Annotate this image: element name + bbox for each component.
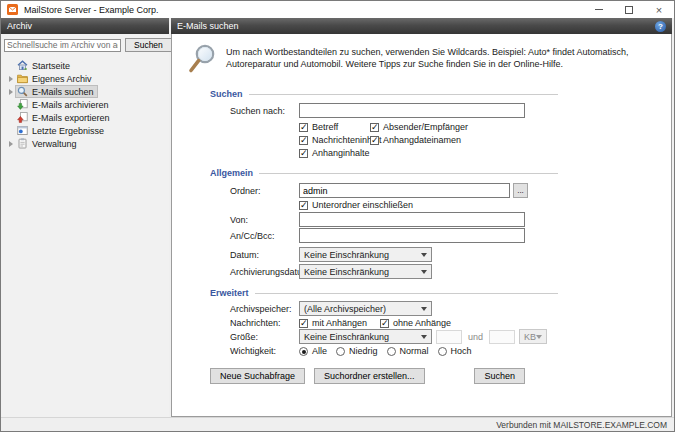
date-label: Datum: [210, 250, 299, 260]
section-allgemein: Allgemein [210, 168, 558, 178]
sidebar-item-eigenes-archiv[interactable]: Eigenes Archiv [1, 72, 169, 85]
to-input[interactable] [299, 228, 525, 243]
folder-label: Ordner: [210, 186, 299, 196]
archive-store-label: Archivspeicher: [210, 304, 299, 314]
close-icon: × [656, 5, 662, 15]
tree-item-label: Eigenes Archiv [32, 74, 92, 84]
archive-store-dropdown[interactable]: (Alle Archivspeicher) [299, 301, 432, 316]
checkbox-unterordner[interactable]: Unterordner einschließen [299, 200, 413, 210]
section-erweitert: Erweitert [210, 288, 558, 298]
date-dropdown[interactable]: Keine Einschränkung [299, 247, 432, 262]
window-title: MailStore Server - Example Corp. [24, 5, 159, 15]
chevron-down-icon [421, 270, 427, 274]
from-label: Von: [210, 215, 299, 225]
to-label: An/Cc/Bcc: [210, 231, 299, 241]
size-label: Größe: [210, 332, 299, 342]
checkbox-absender-empfaenger[interactable]: Absender/Empfänger [370, 122, 468, 132]
checkbox-icon [299, 123, 308, 132]
and-label: und [468, 332, 483, 342]
section-title: Allgemein [210, 168, 253, 178]
checkbox-anhanginhalte[interactable]: Anhanginhalte [299, 148, 370, 158]
size-dropdown[interactable]: Keine Einschränkung [299, 329, 432, 344]
search-scope-checkboxes: Betreff Absender/Empfänger Nachrichtenin… [299, 122, 468, 158]
chevron-down-icon [421, 253, 427, 257]
maximize-icon [625, 6, 633, 14]
folder-icon [17, 73, 28, 84]
search-terms-input[interactable] [299, 103, 525, 118]
radio-icon [438, 347, 447, 356]
sidebar-item-emails-suchen[interactable]: E-Mails suchen [1, 85, 169, 98]
archive-tree: Startseite Eigenes Archiv E-Mails suchen… [1, 55, 169, 150]
tree-item-label: Verwaltung [32, 139, 77, 149]
radio-normal[interactable]: Normal [387, 346, 429, 356]
tree-item-label: E-Mails archivieren [32, 100, 109, 110]
radio-icon [336, 347, 345, 356]
page-title: E-Mails suchen [177, 21, 239, 31]
search-form: Um nach Wortbestandteilen zu suchen, ver… [171, 34, 672, 417]
section-title: Suchen [210, 89, 243, 99]
chevron-down-icon [421, 335, 427, 339]
intro-text: Um nach Wortbestandteilen zu suchen, ver… [226, 43, 661, 79]
create-search-folder-button[interactable]: Suchordner erstellen... [314, 368, 425, 384]
sidebar-item-startseite[interactable]: Startseite [1, 59, 169, 72]
magnifier-icon [186, 43, 218, 79]
main-header: E-Mails suchen ? [171, 18, 672, 34]
minimize-button[interactable] [584, 1, 614, 18]
archive-mail-icon [17, 99, 28, 110]
checkbox-icon [370, 123, 379, 132]
tree-item-label: E-Mails suchen [32, 87, 94, 97]
checkbox-icon [380, 319, 389, 328]
checkbox-icon [299, 149, 308, 158]
help-icon[interactable]: ? [655, 21, 666, 32]
archive-date-dropdown[interactable]: Keine Einschränkung [299, 264, 432, 279]
sidebar-item-verwaltung[interactable]: Verwaltung [1, 137, 169, 150]
chevron-down-icon [536, 335, 542, 339]
priority-label: Wichtigkeit: [210, 346, 299, 356]
checkbox-anhangdateinamen[interactable]: Anhangdateinamen [370, 135, 468, 145]
tree-item-label: E-Mails exportieren [32, 113, 110, 123]
sidebar-item-emails-exportieren[interactable]: E-Mails exportieren [1, 111, 169, 124]
radio-alle[interactable]: Alle [299, 346, 327, 356]
search-icon [17, 86, 28, 97]
quick-search-input[interactable] [4, 39, 121, 52]
tree-item-label: Letzte Ergebnisse [32, 126, 104, 136]
titlebar: MailStore Server - Example Corp. × [1, 1, 674, 18]
section-suchen: Suchen [210, 89, 558, 99]
sidebar-item-letzte-ergebnisse[interactable]: Letzte Ergebnisse [1, 124, 169, 137]
from-input[interactable] [299, 212, 525, 227]
quick-search-button[interactable]: Suchen [125, 38, 172, 52]
checkbox-ohne-anhaenge[interactable]: ohne Anhänge [380, 318, 451, 328]
checkbox-nachrichteninhalt[interactable]: Nachrichteninhalt [299, 135, 370, 145]
priority-radios: Alle Niedrig Normal Hoch [299, 346, 558, 356]
minimize-icon [595, 9, 603, 10]
expander-icon[interactable] [6, 89, 15, 95]
radio-icon [299, 347, 308, 356]
archive-date-label: Archivierungsdatum: [210, 267, 299, 277]
checkbox-mit-anhaengen[interactable]: mit Anhängen [299, 318, 367, 328]
home-icon [17, 60, 28, 71]
search-for-label: Suchen nach: [210, 106, 299, 116]
checkbox-betreff[interactable]: Betreff [299, 122, 370, 132]
radio-hoch[interactable]: Hoch [438, 346, 472, 356]
mailstore-app-icon [7, 4, 18, 15]
results-icon [17, 125, 28, 136]
browse-folder-button[interactable]: ... [513, 183, 528, 198]
expander-icon[interactable] [6, 76, 15, 82]
chevron-down-icon [421, 307, 427, 311]
folder-input[interactable] [299, 183, 510, 198]
close-button[interactable]: × [644, 1, 674, 18]
messages-label: Nachrichten: [210, 318, 299, 328]
sidebar-item-emails-archivieren[interactable]: E-Mails archivieren [1, 98, 169, 111]
new-query-button[interactable]: Neue Suchabfrage [210, 368, 305, 384]
maximize-button[interactable] [614, 1, 644, 18]
app-window: MailStore Server - Example Corp. × Archi… [0, 0, 675, 432]
radio-niedrig[interactable]: Niedrig [336, 346, 378, 356]
search-button[interactable]: Suchen [474, 368, 525, 384]
checkbox-icon [370, 136, 379, 145]
statusbar: Verbunden mit MAILSTORE.EXAMPLE.COM [1, 417, 674, 431]
expander-icon[interactable] [6, 141, 15, 147]
section-title: Erweitert [210, 288, 249, 298]
size-unit-dropdown: KB [519, 329, 547, 344]
quick-search-row: Suchen [1, 34, 169, 55]
button-row: Neue Suchabfrage Suchordner erstellen...… [210, 368, 525, 384]
